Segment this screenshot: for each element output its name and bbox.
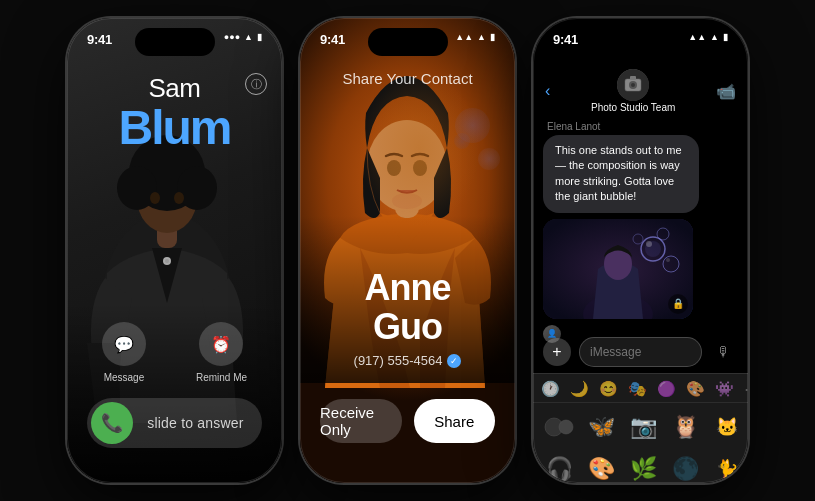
wifi-icon-2: ▲	[477, 32, 486, 42]
caller-last-name: Blum	[67, 104, 282, 152]
svg-point-29	[666, 258, 670, 262]
share-label: Share	[434, 413, 474, 430]
battery-icon-3: ▮	[723, 32, 728, 42]
sticker-art-card[interactable]: 🎨	[583, 451, 619, 483]
image-lock-icon: 🔒	[668, 294, 688, 314]
battery-icon-2: ▮	[490, 32, 495, 42]
remind-icon-circle: ⏰	[199, 322, 243, 366]
tab-more[interactable]: ⋯	[744, 380, 748, 398]
dynamic-island-3	[601, 28, 681, 56]
remind-label: Remind Me	[196, 372, 247, 383]
status-icons-2: ▲▲ ▲ ▮	[455, 32, 495, 42]
svg-point-5	[177, 166, 217, 210]
status-icons-3: ▲▲ ▲ ▮	[688, 32, 728, 42]
share-buttons-row: Receive Only Share	[320, 399, 495, 443]
group-avatar-icon	[617, 69, 649, 101]
phone2-screen: 9:41 ▲▲ ▲ ▮ Share Your Contact	[300, 18, 515, 483]
dynamic-island-1	[135, 28, 215, 56]
contact-name-line1: Anne	[300, 268, 515, 308]
action-buttons: 💬 Message ⏰ Remind Me	[67, 322, 282, 383]
slide-to-answer[interactable]: 📞 slide to answer	[87, 398, 262, 448]
message-icon-circle: 💬	[102, 322, 146, 366]
phone1-screen: 9:41 ●●● ▲ ▮ ⓘ Sam Blum 💬 Message	[67, 18, 282, 483]
sticker-leaf[interactable]: 🌿	[625, 451, 661, 483]
time-display-2: 9:41	[320, 32, 345, 47]
tab-art[interactable]: 🎨	[686, 380, 705, 398]
svg-point-31	[559, 420, 573, 434]
svg-rect-19	[630, 76, 636, 80]
message-bubble-text: This one stands out to me — the composit…	[543, 135, 699, 213]
tab-alien[interactable]: 👾	[715, 380, 734, 398]
answer-thumb: 📞	[91, 402, 133, 444]
signal-icon-3: ▲▲	[688, 32, 706, 42]
sticker-headphones[interactable]: 🎧	[541, 451, 577, 483]
tab-recents[interactable]: 🕐	[541, 380, 560, 398]
message-action[interactable]: 💬 Message	[102, 322, 146, 383]
message-label: Message	[104, 372, 145, 383]
svg-point-9	[165, 259, 169, 263]
sender-name: Elena Lanot	[547, 121, 738, 132]
slide-text: slide to answer	[133, 415, 258, 431]
svg-point-18	[631, 83, 635, 87]
orb-3	[454, 133, 470, 149]
phone-share-contact: 9:41 ▲▲ ▲ ▮ Share Your Contact	[300, 18, 515, 483]
wifi-icon-3: ▲	[710, 32, 719, 42]
tab-night[interactable]: 🌙	[570, 380, 589, 398]
message-input-field[interactable]: iMessage	[579, 337, 702, 367]
microphone-button[interactable]: 🎙	[710, 338, 738, 366]
tab-animoji[interactable]: 🎭	[628, 380, 647, 398]
share-button[interactable]: Share	[414, 399, 496, 443]
time-display-3: 9:41	[553, 32, 578, 47]
sticker-cat2[interactable]: 🐈	[709, 451, 745, 483]
orb-2	[478, 148, 500, 170]
sticker-cat[interactable]: 🐱	[709, 409, 745, 445]
time-display-1: 9:41	[87, 32, 112, 47]
svg-point-6	[150, 192, 160, 204]
svg-point-28	[646, 241, 652, 247]
phone3-screen: 9:41 ▲▲ ▲ ▮ ‹	[533, 18, 748, 483]
tab-purple[interactable]: 🟣	[657, 380, 676, 398]
svg-point-4	[117, 166, 157, 210]
sticker-orbs[interactable]	[541, 409, 577, 445]
sticker-camera[interactable]: 📷	[625, 409, 661, 445]
group-name: Photo Studio Team	[591, 102, 675, 113]
messages-area: Elena Lanot This one stands out to me — …	[533, 113, 748, 353]
sticker-moon[interactable]: 🌑	[667, 451, 703, 483]
sticker-grid: 🦋 📷 🦉 🐱 🎧 🎨 🌿 🌑 🐈	[533, 403, 748, 483]
back-button[interactable]: ‹	[545, 82, 550, 100]
contact-phone-number: (917) 555-4564	[354, 353, 443, 368]
status-icons-1: ●●● ▲ ▮	[224, 32, 262, 42]
contact-name-area: Anne Guo (917) 555-4564 ✓	[300, 268, 515, 368]
contact-name-line2: Guo	[300, 307, 515, 347]
sticker-panel: 🕐 🌙 😊 🎭 🟣 🎨 👾 ⋯ 🦋 📷 🦉 🐱	[533, 373, 748, 483]
sticker-butterfly[interactable]: 🦋	[583, 409, 619, 445]
info-button[interactable]: ⓘ	[245, 73, 267, 95]
phone-incoming-call: 9:41 ●●● ▲ ▮ ⓘ Sam Blum 💬 Message	[67, 18, 282, 483]
phone-messages: 9:41 ▲▲ ▲ ▮ ‹	[533, 18, 748, 483]
dynamic-island-2	[368, 28, 448, 56]
add-attachment-button[interactable]: +	[543, 338, 571, 366]
header-actions: 📹	[716, 82, 736, 101]
chevron-left-icon: ‹	[545, 82, 550, 100]
sticker-tabs: 🕐 🌙 😊 🎭 🟣 🎨 👾 ⋯	[533, 374, 748, 403]
share-header-text: Share Your Contact	[342, 70, 472, 87]
share-contact-header: Share Your Contact	[300, 70, 515, 88]
remind-action[interactable]: ⏰ Remind Me	[196, 322, 247, 383]
wifi-icon-1: ▲	[244, 32, 253, 42]
receive-only-button[interactable]: Receive Only	[320, 399, 402, 443]
verified-checkmark: ✓	[447, 354, 461, 368]
contact-phone-row: (917) 555-4564 ✓	[300, 353, 515, 368]
video-call-icon[interactable]: 📹	[716, 82, 736, 101]
group-avatar	[617, 69, 649, 101]
receive-only-label: Receive Only	[320, 404, 402, 438]
battery-icon-1: ▮	[257, 32, 262, 42]
messages-header: ‹ Photo Studio Team �	[533, 66, 748, 116]
svg-point-7	[174, 192, 184, 204]
message-input-area: + iMessage 🎙	[533, 331, 748, 373]
tab-emoji[interactable]: 😊	[599, 380, 618, 398]
signal-icon-2: ▲▲	[455, 32, 473, 42]
group-info[interactable]: Photo Studio Team	[591, 69, 675, 113]
sticker-owl[interactable]: 🦉	[667, 409, 703, 445]
input-placeholder: iMessage	[590, 345, 641, 359]
signal-icon-1: ●●●	[224, 32, 240, 42]
